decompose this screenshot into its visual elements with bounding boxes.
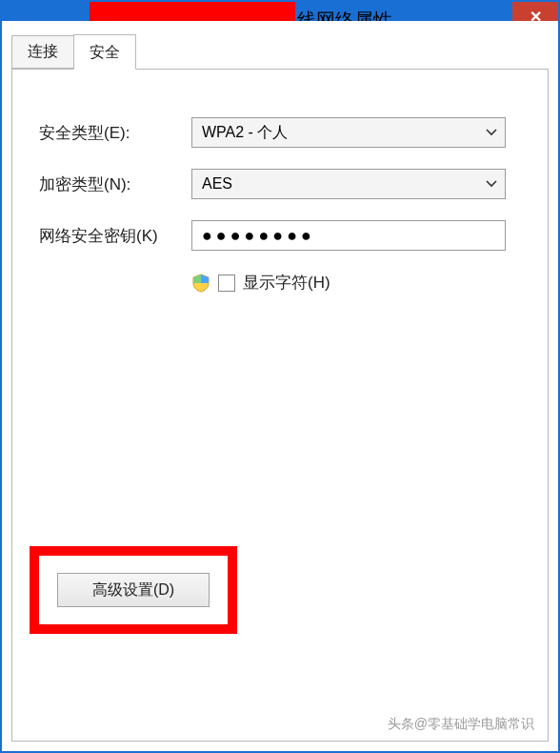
select-security-type[interactable]: WPA2 - 个人 xyxy=(191,117,506,148)
tab-connect[interactable]: 连接 xyxy=(11,35,74,69)
shield-icon xyxy=(191,274,210,293)
client-area: 连接 安全 安全类型(E): WPA2 - 个人 加密类型(N): AES xyxy=(2,21,558,751)
watermark-text: 头条@零基础学电脑常识 xyxy=(388,716,534,733)
advanced-settings-button[interactable]: 高级设置(D) xyxy=(57,573,210,607)
select-security-type-value: WPA2 - 个人 xyxy=(202,123,288,143)
label-network-key: 网络安全密钥(K) xyxy=(39,225,191,247)
row-show-characters: 显示字符(H) xyxy=(191,272,529,294)
select-encryption-type[interactable]: AES xyxy=(191,169,506,199)
highlight-advanced-settings: 高级设置(D) xyxy=(30,546,237,634)
chevron-down-icon xyxy=(486,177,497,191)
window-frame: 线网络属性 ✕ 连接 安全 安全类型(E): WPA2 - 个人 加密类型(N)… xyxy=(0,0,560,753)
chevron-down-icon xyxy=(486,126,497,139)
label-security-type: 安全类型(E): xyxy=(39,122,191,144)
label-encryption-type: 加密类型(N): xyxy=(39,173,191,195)
tabstrip: 连接 安全 xyxy=(11,34,549,69)
checkbox-show-characters[interactable] xyxy=(218,275,235,292)
select-encryption-type-value: AES xyxy=(202,175,232,193)
input-network-key-value: ●●●●●●●● xyxy=(202,226,315,246)
tab-security[interactable]: 安全 xyxy=(73,34,136,70)
input-network-key[interactable]: ●●●●●●●● xyxy=(191,220,506,251)
tab-panel-security: 安全类型(E): WPA2 - 个人 加密类型(N): AES xyxy=(11,69,549,742)
row-security-type: 安全类型(E): WPA2 - 个人 xyxy=(39,117,529,148)
titlebar[interactable]: 线网络属性 ✕ xyxy=(2,2,558,21)
row-network-key: 网络安全密钥(K) ●●●●●●●● xyxy=(39,220,529,251)
label-show-characters: 显示字符(H) xyxy=(243,272,330,294)
row-encryption-type: 加密类型(N): AES xyxy=(39,169,529,199)
